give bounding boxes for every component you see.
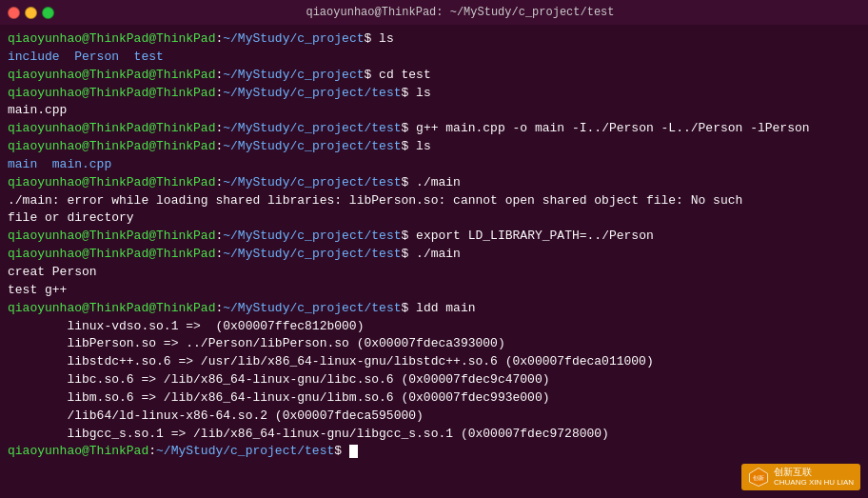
watermark-text: 创新互联 CHUANG XIN HU LIAN bbox=[774, 467, 854, 488]
terminal-line: ./main: error while loading shared libra… bbox=[8, 192, 860, 210]
terminal-line: creat Person bbox=[8, 264, 860, 282]
terminal-line: linux-vdso.so.1 => (0x00007ffec812b000) bbox=[8, 318, 860, 336]
terminal-line: qiaoyunhao@ThinkPad@ThinkPad:~/MyStudy/c… bbox=[8, 138, 860, 156]
terminal-line: include Person test bbox=[8, 49, 860, 67]
maximize-button[interactable] bbox=[42, 7, 54, 19]
terminal-line: qiaoyunhao@ThinkPad@ThinkPad:~/MyStudy/c… bbox=[8, 67, 860, 85]
terminal-line: /lib64/ld-linux-x86-64.so.2 (0x00007fdec… bbox=[8, 408, 860, 426]
terminal-line: main main.cpp bbox=[8, 156, 860, 174]
terminal-line: test g++ bbox=[8, 282, 860, 300]
close-button[interactable] bbox=[8, 7, 20, 19]
terminal-line: qiaoyunhao@ThinkPad@ThinkPad:~/MyStudy/c… bbox=[8, 85, 860, 103]
terminal-line: qiaoyunhao@ThinkPad@ThinkPad:~/MyStudy/c… bbox=[8, 228, 860, 246]
window-title: qiaoyunhao@ThinkPad: ~/MyStudy/c_project… bbox=[60, 6, 860, 19]
terminal-line: qiaoyunhao@ThinkPad:~/MyStudy/c_project/… bbox=[8, 443, 860, 461]
terminal-line: libgcc_s.so.1 => /lib/x86_64-linux-gnu/l… bbox=[8, 426, 860, 444]
terminal-line: libm.so.6 => /lib/x86_64-linux-gnu/libm.… bbox=[8, 389, 860, 408]
window-controls[interactable] bbox=[8, 7, 54, 19]
terminal-line: main.cpp bbox=[8, 102, 860, 120]
cursor bbox=[349, 445, 358, 458]
terminal-line: file or directory bbox=[8, 209, 860, 228]
watermark: 创新 创新互联 CHUANG XIN HU LIAN bbox=[741, 464, 860, 490]
terminal-line: qiaoyunhao@ThinkPad@ThinkPad:~/MyStudy/c… bbox=[8, 246, 860, 264]
terminal-line: qiaoyunhao@ThinkPad@ThinkPad:~/MyStudy/c… bbox=[8, 30, 860, 49]
terminal-line: qiaoyunhao@ThinkPad@ThinkPad:~/MyStudy/c… bbox=[8, 120, 860, 138]
terminal-line: libstdc++.so.6 => /usr/lib/x86_64-linux-… bbox=[8, 353, 860, 371]
terminal-content: qiaoyunhao@ThinkPad@ThinkPad:~/MyStudy/c… bbox=[8, 30, 860, 461]
terminal-line: libc.so.6 => /lib/x86_64-linux-gnu/libc.… bbox=[8, 371, 860, 389]
terminal-line: libPerson.so => ../Person/libPerson.so (… bbox=[8, 335, 860, 353]
watermark-logo-icon: 创新 bbox=[748, 467, 769, 488]
terminal-line: qiaoyunhao@ThinkPad@ThinkPad:~/MyStudy/c… bbox=[8, 174, 860, 192]
minimize-button[interactable] bbox=[25, 7, 37, 19]
terminal-line: qiaoyunhao@ThinkPad@ThinkPad:~/MyStudy/c… bbox=[8, 300, 860, 318]
terminal-body[interactable]: qiaoyunhao@ThinkPad@ThinkPad:~/MyStudy/c… bbox=[0, 25, 868, 498]
svg-text:创新: 创新 bbox=[753, 474, 764, 481]
titlebar: qiaoyunhao@ThinkPad: ~/MyStudy/c_project… bbox=[0, 0, 868, 25]
